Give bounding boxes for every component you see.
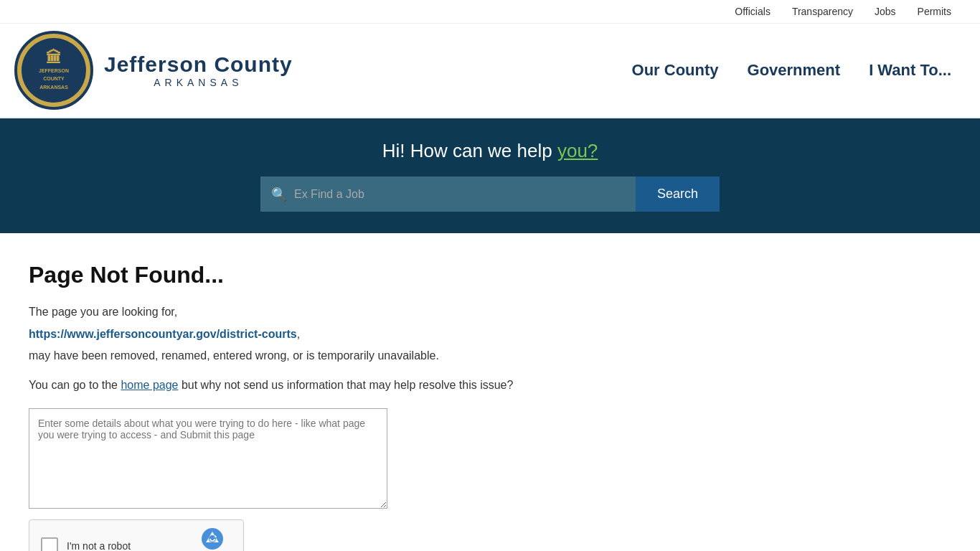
search-input-wrap: 🔍 bbox=[260, 176, 636, 212]
county-subtitle: ARKANSAS bbox=[104, 77, 293, 88]
not-found-desc-url-para: https://www.jeffersoncountyar.gov/distri… bbox=[29, 325, 617, 344]
captcha-left: I'm not a robot bbox=[41, 537, 131, 551]
officials-link[interactable]: Officials bbox=[735, 6, 771, 17]
search-icon: 🔍 bbox=[271, 187, 287, 202]
search-button[interactable]: Search bbox=[636, 176, 720, 212]
jobs-link[interactable]: Jobs bbox=[875, 6, 896, 17]
building-icon: 🏛 bbox=[46, 50, 62, 66]
home-text-prefix: You can go to the bbox=[29, 379, 121, 391]
captcha-right: reCAPTCHA Privacy - Terms bbox=[192, 527, 232, 551]
hero-banner: Hi! How can we help you? 🔍 Search bbox=[0, 118, 980, 233]
page-content: Page Not Found... The page you are looki… bbox=[0, 233, 646, 551]
county-title: Jefferson County bbox=[104, 52, 293, 77]
top-navigation: Officials Transparency Jobs Permits bbox=[0, 0, 980, 24]
home-text-suffix: but why not send us information that may… bbox=[178, 379, 513, 391]
seal-text-arkansas: ARKANSAS bbox=[39, 84, 68, 90]
seal-text-county: COUNTY bbox=[43, 75, 65, 82]
home-link-paragraph: You can go to the home page but why not … bbox=[29, 376, 617, 395]
main-navigation: Our County Government I Want To... bbox=[632, 61, 951, 80]
i-want-to-link[interactable]: I Want To... bbox=[869, 61, 951, 80]
home-page-link[interactable]: home page bbox=[121, 379, 178, 391]
captcha-box: I'm not a robot reCAPTCHA Privacy - Term… bbox=[29, 519, 244, 551]
seal-text-jefferson: JEFFERSON bbox=[39, 67, 69, 74]
government-link[interactable]: Government bbox=[748, 61, 841, 80]
not-found-url-link[interactable]: https://www.jeffersoncountyar.gov/distri… bbox=[29, 328, 297, 340]
not-found-desc-text: The page you are looking for, bbox=[29, 306, 177, 318]
county-seal: 🏛 JEFFERSON COUNTY ARKANSAS bbox=[14, 31, 93, 110]
captcha-checkbox[interactable] bbox=[41, 537, 58, 551]
search-bar: 🔍 Search bbox=[260, 176, 720, 212]
hero-heading-prefix: Hi! How can we help bbox=[382, 140, 557, 161]
hero-heading: Hi! How can we help you? bbox=[29, 140, 951, 162]
page-not-found-title: Page Not Found... bbox=[29, 262, 617, 288]
not-found-desc-line2: may have been removed, renamed, entered … bbox=[29, 347, 617, 365]
county-name-area: Jefferson County ARKANSAS bbox=[104, 52, 293, 88]
main-header: 🏛 JEFFERSON COUNTY ARKANSAS Jefferson Co… bbox=[0, 24, 980, 118]
our-county-link[interactable]: Our County bbox=[632, 61, 719, 80]
permits-link[interactable]: Permits bbox=[918, 6, 951, 17]
transparency-link[interactable]: Transparency bbox=[792, 6, 853, 17]
seal-inner: 🏛 JEFFERSON COUNTY ARKANSAS bbox=[22, 38, 86, 103]
recaptcha-logo-icon bbox=[201, 527, 224, 550]
hero-heading-highlight: you? bbox=[557, 140, 598, 161]
captcha-label: I'm not a robot bbox=[67, 540, 131, 551]
search-input[interactable] bbox=[294, 178, 625, 211]
not-found-desc-line1: The page you are looking for, bbox=[29, 303, 617, 321]
logo-area: 🏛 JEFFERSON COUNTY ARKANSAS Jefferson Co… bbox=[14, 31, 293, 110]
feedback-textarea[interactable] bbox=[29, 408, 387, 509]
